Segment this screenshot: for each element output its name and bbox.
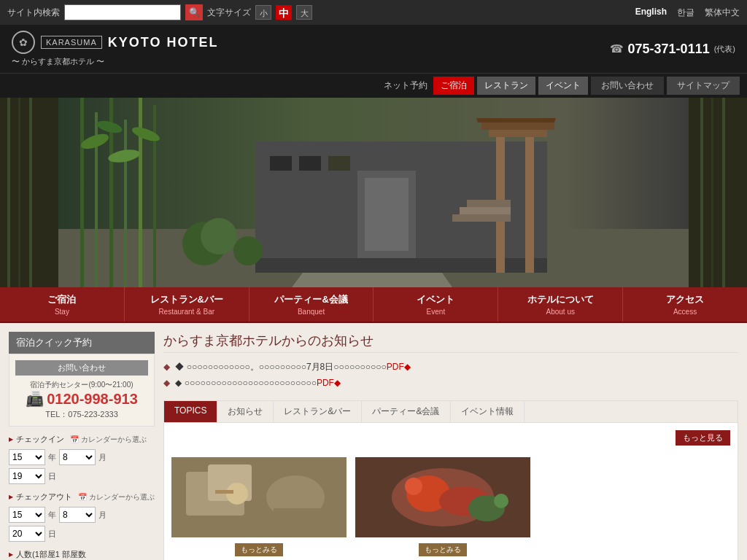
fontsize-label: 文字サイズ	[207, 7, 251, 19]
news-item-1: ◆ ○○○○○○○○○○○○。○○○○○○○○○7月8日○○○○○○○○○○PD…	[163, 359, 738, 376]
tab-oshirase[interactable]: お知らせ	[217, 401, 274, 422]
svg-rect-14	[80, 98, 84, 287]
nav-banquet[interactable]: パーティー&会議 Banquet	[249, 287, 374, 322]
svg-rect-8	[328, 156, 350, 171]
restaurant-button[interactable]: レストラン	[477, 77, 535, 95]
contact-button[interactable]: お問い合わせ	[591, 77, 664, 95]
news-link-2[interactable]: PDF◆	[317, 378, 341, 388]
checkin-month-label: 月	[98, 452, 107, 463]
sitemap-button[interactable]: サイトマップ	[667, 77, 740, 95]
nav-about-en: About us	[501, 308, 619, 316]
nav-access-jp: アクセス	[626, 293, 744, 306]
svg-point-31	[233, 236, 263, 265]
checkout-day-label: 日	[48, 529, 56, 540]
news-title: からすま京都ホテルからのお知らせ	[163, 332, 738, 353]
nav-banquet-jp: パーティー&会議	[252, 293, 371, 306]
logo-icon: ✿	[12, 31, 35, 54]
svg-rect-26	[452, 214, 511, 222]
tabs-header: TOPICS お知らせ レストラン&バー パーティー&会議 イベント情報	[164, 401, 738, 423]
hero-svg	[0, 98, 747, 287]
svg-point-53	[494, 494, 508, 508]
sidebar-title: 宿泊クイック予約	[9, 332, 155, 354]
svg-rect-25	[365, 178, 409, 251]
sidebar: 宿泊クイック予約 お問い合わせ 宿泊予約センター(9:00〜21:00) 📠 0…	[9, 332, 155, 560]
svg-rect-10	[525, 127, 534, 273]
more-button[interactable]: もっと見る	[676, 430, 730, 446]
event-button[interactable]: イベント	[538, 77, 588, 95]
nav-yado-jp: ご宿泊	[3, 293, 121, 306]
nav-yado[interactable]: ご宿泊 Stay	[0, 287, 125, 322]
svg-marker-13	[476, 118, 556, 122]
card-1: もっとみる	[171, 457, 347, 556]
checkout-year-label: 年	[48, 510, 56, 521]
yado-button[interactable]: ご宿泊	[433, 77, 474, 95]
checkin-date-select2[interactable]: 19	[9, 468, 45, 484]
lang-english[interactable]: English	[635, 7, 667, 19]
news-list: ◆ ○○○○○○○○○○○○。○○○○○○○○○7月8日○○○○○○○○○○PD…	[163, 359, 738, 390]
checkout-day-select[interactable]: 15	[9, 507, 45, 523]
header-contact: ☎ 075-371-0111 (代表)	[610, 42, 735, 57]
sidebar-contact-label: お問い合わせ	[15, 360, 148, 376]
checkin-day-select[interactable]: 15	[9, 449, 45, 465]
logo-area: ✿ KARASUMA KYOTO HOTEL 〜 からすま京都ホテル 〜	[12, 31, 218, 67]
lang-chinese[interactable]: 繁体中文	[705, 7, 740, 19]
tab-event[interactable]: イベント情報	[451, 401, 525, 422]
language-selector: English 한글 繁体中文	[635, 7, 740, 19]
checkin-day-row: 15 年 8 月	[9, 449, 155, 465]
checkin-day-label: 日	[48, 471, 56, 482]
nav-event-jp: イベント	[376, 293, 495, 306]
svg-point-51	[405, 478, 422, 495]
lang-korean[interactable]: 한글	[677, 7, 694, 19]
svg-rect-46	[215, 490, 233, 494]
checkout-label: チェックアウト 📅 カレンダーから選ぶ	[9, 490, 155, 504]
fontsize-large-button[interactable]: 大	[296, 5, 312, 20]
svg-rect-38	[711, 98, 713, 287]
logo-title: ✿ KARASUMA KYOTO HOTEL	[12, 31, 218, 54]
checkin-cal-link[interactable]: 📅 カレンダーから選ぶ	[70, 435, 147, 445]
nav-event-en: Event	[376, 308, 495, 316]
checkout-month-select[interactable]: 8	[59, 507, 96, 523]
checkin-year-label: 年	[48, 452, 56, 463]
phone-number: 075-371-0111	[628, 42, 710, 57]
tab-banquet[interactable]: パーティー&会議	[362, 401, 450, 422]
svg-rect-35	[18, 98, 20, 287]
checkout-month-label: 月	[98, 510, 107, 521]
main-content: からすま京都ホテルからのお知らせ ◆ ○○○○○○○○○○○○。○○○○○○○○…	[155, 332, 738, 560]
nav-about[interactable]: ホテルについて About us	[498, 287, 623, 322]
tab-topics[interactable]: TOPICS	[164, 401, 217, 422]
search-button[interactable]: 🔍	[185, 4, 203, 20]
logo-box-text: KARASUMA	[41, 36, 102, 49]
svg-rect-28	[467, 200, 511, 207]
svg-rect-18	[139, 98, 142, 287]
checkout-date-select2[interactable]: 20	[9, 526, 45, 542]
card-1-btn[interactable]: もっとみる	[235, 543, 283, 556]
svg-rect-27	[460, 207, 511, 214]
fontsize-mid-button[interactable]: 中	[276, 5, 292, 20]
nav-access[interactable]: アクセス Access	[623, 287, 747, 322]
svg-rect-39	[722, 98, 725, 287]
svg-rect-6	[270, 156, 292, 171]
svg-rect-7	[299, 156, 321, 171]
main-nav: ご宿泊 Stay レストラン&バー Restaurant & Bar パーティー…	[0, 287, 747, 323]
card-2-btn[interactable]: もっとみる	[419, 543, 467, 556]
nav-restaurant[interactable]: レストラン&バー Restaurant & Bar	[125, 287, 249, 322]
svg-rect-36	[29, 98, 32, 287]
news-link-1[interactable]: PDF◆	[387, 362, 411, 372]
search-input[interactable]	[64, 4, 181, 20]
booking-nav: ネット予約 ご宿泊 レストラン イベント お問い合わせ サイトマップ	[0, 73, 747, 98]
checkin-month-select[interactable]: 8	[59, 449, 96, 465]
sidebar-phone: 📠 0120-998-913	[15, 390, 148, 408]
tabs-container: TOPICS お知らせ レストラン&バー パーティー&会議 イベント情報 もっと…	[163, 400, 738, 560]
logo-kyoto-text: KYOTO HOTEL	[108, 35, 219, 50]
news-item-2: ◆ ○○○○○○○○○○○○○○○○○○○○○○○○○PDF◆	[163, 376, 738, 390]
svg-point-30	[201, 218, 237, 254]
sidebar-contact-box: お問い合わせ 宿泊予約センター(9:00〜21:00) 📠 0120-998-9…	[9, 354, 155, 427]
tab-restaurant[interactable]: レストラン&バー	[274, 401, 362, 422]
phone-subtitle: (代表)	[714, 44, 735, 55]
fontsize-small-button[interactable]: 小	[255, 5, 271, 20]
nav-event[interactable]: イベント Event	[374, 287, 498, 322]
top-bar: サイト内検索 🔍 文字サイズ 小 中 大 English 한글 繁体中文	[0, 0, 747, 25]
nav-restaurant-jp: レストラン&バー	[128, 293, 246, 306]
svg-rect-37	[700, 98, 703, 287]
checkout-cal-link[interactable]: 📅 カレンダーから選ぶ	[78, 492, 155, 502]
